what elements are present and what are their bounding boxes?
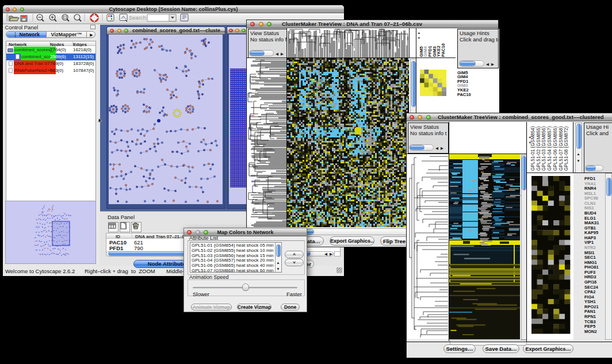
svg-text:GPL51-07 (GSM868): GPL51-07 (GSM868)	[559, 126, 564, 171]
svg-text:GPL51-06 (GSM865): GPL51-06 (GSM865)	[553, 126, 558, 171]
svg-text:GPL51-04 (GSM857): GPL51-04 (GSM857)	[547, 126, 552, 171]
svg-text:GPL51-08 (GSM872): GPL51-08 (GSM872)	[564, 126, 569, 171]
svg-text:GPL51-03 (GSM856): GPL51-03 (GSM856)	[541, 126, 546, 171]
svg-text:GPL51-02 (GSM855): GPL51-02 (GSM855)	[536, 126, 541, 171]
svg-text:GPL51-01 (GSM854): GPL51-01 (GSM854)	[530, 126, 536, 171]
